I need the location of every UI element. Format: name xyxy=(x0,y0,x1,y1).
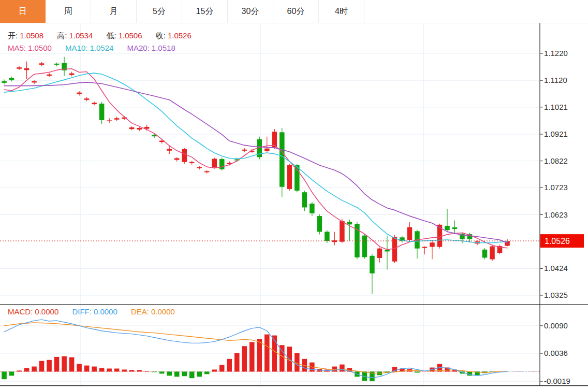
macd-bar xyxy=(54,357,60,372)
candle-body xyxy=(84,98,90,100)
candle-body xyxy=(17,67,22,69)
candle-body xyxy=(264,149,270,151)
macd-bar xyxy=(340,365,345,372)
candle-body xyxy=(310,204,315,213)
macd-bar xyxy=(122,369,127,371)
candle-body xyxy=(362,236,368,257)
tab-5min[interactable]: 5分 xyxy=(137,0,182,23)
candle-body xyxy=(242,150,247,151)
candle-body xyxy=(107,120,112,121)
ma10-line xyxy=(4,73,507,243)
candle-body xyxy=(385,250,390,251)
candle-body xyxy=(482,250,488,258)
candle-body xyxy=(77,93,82,94)
timeframe-tabbar: 日 周 月 5分 15分 30分 60分 4时 xyxy=(0,0,588,23)
macd-bar xyxy=(32,367,37,372)
macd-bar xyxy=(174,371,180,377)
macd-bar xyxy=(219,365,225,372)
candle-body xyxy=(69,74,75,75)
candle-body xyxy=(370,256,375,273)
candle-body xyxy=(54,64,60,65)
macd-bar xyxy=(264,335,270,372)
macd-histogram xyxy=(2,335,495,381)
price-axis-label: 1.0424 xyxy=(544,264,568,272)
macd-bar xyxy=(47,360,52,372)
macd-bar xyxy=(39,361,45,372)
macd-bar xyxy=(62,356,67,371)
macd-bar xyxy=(227,359,232,372)
candle-body xyxy=(325,232,330,241)
candle-body xyxy=(347,222,352,224)
candle-body xyxy=(137,128,142,129)
price-axis-label: 1.0723 xyxy=(544,183,568,192)
tab-15min[interactable]: 15分 xyxy=(182,0,228,23)
macd-bar xyxy=(144,371,150,371)
ma20-line xyxy=(4,82,507,243)
tab-60min[interactable]: 60分 xyxy=(273,0,319,23)
candle-body xyxy=(189,162,195,163)
macd-bar xyxy=(17,370,22,371)
candle-body xyxy=(167,149,172,151)
macd-bar xyxy=(77,364,82,372)
candle-body xyxy=(280,132,285,186)
price-axis-label: 1.0623 xyxy=(544,210,568,219)
tab-30min[interactable]: 30分 xyxy=(228,0,273,23)
tab-week[interactable]: 周 xyxy=(46,0,91,23)
macd-bar xyxy=(167,371,172,376)
macd-bar xyxy=(197,371,202,377)
candle-body xyxy=(407,227,413,240)
macd-bar xyxy=(107,369,112,372)
current-price-badge-label: 1.0526 xyxy=(545,237,570,246)
candle-body xyxy=(174,158,180,160)
macd-axis-label: 0.0090 xyxy=(544,321,568,330)
candle-body xyxy=(212,159,217,167)
price-axis-label: 1.1021 xyxy=(544,103,568,111)
macd-bar xyxy=(332,367,337,372)
macd-bar xyxy=(159,371,165,373)
candle-body xyxy=(430,242,435,247)
macd-bar xyxy=(129,370,135,371)
macd-bar xyxy=(9,371,14,376)
macd-bar xyxy=(92,367,97,372)
candle-body xyxy=(392,237,398,261)
price-axis-label: 1.0921 xyxy=(544,129,568,138)
kline-chart-app: 日 周 月 5分 15分 30分 60分 4时 1.12201.11201.10… xyxy=(0,0,588,389)
candle-body xyxy=(182,149,187,162)
tab-4hour[interactable]: 4时 xyxy=(319,0,364,23)
macd-bar xyxy=(272,336,277,372)
price-axis-label: 1.0822 xyxy=(544,156,568,165)
macd-bar xyxy=(204,371,210,374)
candle-body xyxy=(9,78,14,80)
macd-bar xyxy=(415,371,420,372)
tab-month[interactable]: 月 xyxy=(91,0,137,23)
candle-body xyxy=(377,249,383,258)
macd-axis-label: 0.0036 xyxy=(544,349,568,357)
macd-bar xyxy=(84,366,90,372)
macd-bar xyxy=(99,368,105,372)
candle-body xyxy=(24,68,30,70)
candle-body xyxy=(219,159,225,169)
chart-canvas[interactable]: 1.12201.11201.10211.09211.08221.07231.06… xyxy=(0,23,588,389)
candle-body xyxy=(422,247,428,248)
price-axis-label: 1.0325 xyxy=(544,291,568,299)
macd-bar xyxy=(257,339,262,371)
macd-bar xyxy=(24,368,30,372)
candle-body xyxy=(445,226,450,230)
macd-bar xyxy=(152,371,157,372)
macd-bar xyxy=(2,371,7,379)
macd-bar xyxy=(114,369,120,372)
candle-body xyxy=(32,81,37,83)
price-axis-label: 1.1220 xyxy=(544,49,568,57)
macd-bar xyxy=(242,346,247,371)
ma5-line xyxy=(4,69,507,250)
candle-body xyxy=(92,103,97,104)
price-axis-label: 1.1120 xyxy=(544,76,567,84)
candlestick-series xyxy=(2,57,510,294)
candle-body xyxy=(197,167,202,168)
macd-bar xyxy=(137,370,142,371)
candle-body xyxy=(317,216,322,232)
candle-body xyxy=(114,118,120,120)
tab-day[interactable]: 日 xyxy=(0,0,46,23)
candle-body xyxy=(302,192,307,207)
candle-body xyxy=(452,227,458,229)
